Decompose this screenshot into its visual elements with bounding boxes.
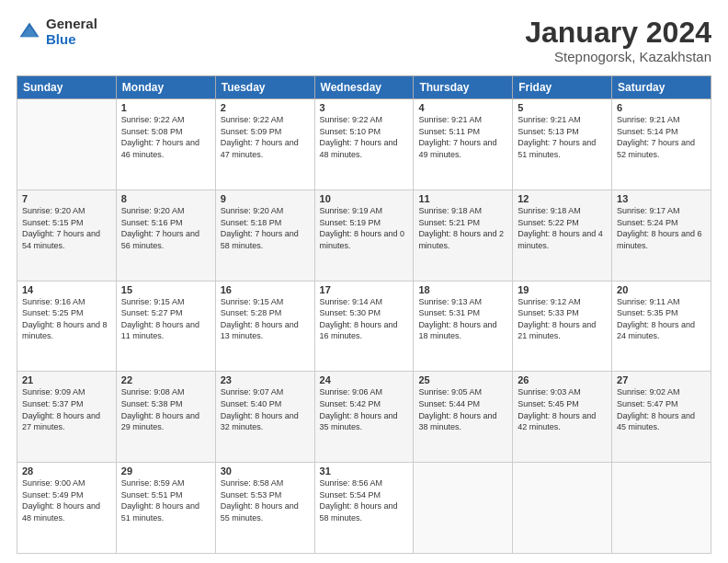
calendar-cell: 29Sunrise: 8:59 AMSunset: 5:51 PMDayligh… xyxy=(116,463,215,554)
calendar-table: SundayMondayTuesdayWednesdayThursdayFrid… xyxy=(17,75,711,554)
day-number: 1 xyxy=(121,102,210,113)
calendar-cell: 19Sunrise: 9:12 AMSunset: 5:33 PMDayligh… xyxy=(513,281,612,372)
day-info: Sunrise: 9:14 AMSunset: 5:30 PMDaylight:… xyxy=(320,296,409,342)
logo: General Blue xyxy=(17,17,97,47)
day-number: 23 xyxy=(221,374,310,385)
title-block: January 2024 Stepnogorsk, Kazakhstan xyxy=(525,17,711,64)
calendar-cell: 20Sunrise: 9:11 AMSunset: 5:35 PMDayligh… xyxy=(612,281,711,372)
calendar-cell: 11Sunrise: 9:18 AMSunset: 5:21 PMDayligh… xyxy=(414,190,513,281)
calendar-cell: 13Sunrise: 9:17 AMSunset: 5:24 PMDayligh… xyxy=(612,190,711,281)
day-info: Sunrise: 9:21 AMSunset: 5:13 PMDaylight:… xyxy=(518,114,607,160)
day-number: 4 xyxy=(418,102,507,113)
calendar-cell: 12Sunrise: 9:18 AMSunset: 5:22 PMDayligh… xyxy=(513,190,612,281)
day-info: Sunrise: 8:56 AMSunset: 5:54 PMDaylight:… xyxy=(320,477,409,523)
logo-text: General Blue xyxy=(46,17,97,47)
day-number: 7 xyxy=(22,193,111,204)
day-info: Sunrise: 9:21 AMSunset: 5:11 PMDaylight:… xyxy=(418,114,507,160)
day-number: 30 xyxy=(221,465,310,477)
day-info: Sunrise: 9:08 AMSunset: 5:38 PMDaylight:… xyxy=(121,386,210,432)
day-number: 3 xyxy=(320,102,409,113)
weekday-header-tuesday: Tuesday xyxy=(215,76,314,99)
logo-general-text: General xyxy=(46,17,97,32)
weekday-header-saturday: Saturday xyxy=(612,76,711,99)
day-info: Sunrise: 9:20 AMSunset: 5:16 PMDaylight:… xyxy=(121,205,210,251)
calendar-cell: 4Sunrise: 9:21 AMSunset: 5:11 PMDaylight… xyxy=(414,99,513,190)
calendar-cell: 7Sunrise: 9:20 AMSunset: 5:15 PMDaylight… xyxy=(17,190,117,281)
week-row-2: 7Sunrise: 9:20 AMSunset: 5:15 PMDaylight… xyxy=(17,190,711,281)
day-number: 12 xyxy=(518,193,607,204)
day-info: Sunrise: 9:15 AMSunset: 5:28 PMDaylight:… xyxy=(221,296,310,342)
day-info: Sunrise: 9:06 AMSunset: 5:42 PMDaylight:… xyxy=(320,386,409,432)
calendar-cell: 3Sunrise: 9:22 AMSunset: 5:10 PMDaylight… xyxy=(314,99,414,190)
weekday-header-monday: Monday xyxy=(116,76,215,99)
day-number: 19 xyxy=(518,284,607,295)
logo-blue-text: Blue xyxy=(46,32,97,48)
day-number: 17 xyxy=(320,284,409,295)
calendar-cell: 22Sunrise: 9:08 AMSunset: 5:38 PMDayligh… xyxy=(116,372,215,463)
day-info: Sunrise: 9:18 AMSunset: 5:21 PMDaylight:… xyxy=(418,205,507,251)
location-title: Stepnogorsk, Kazakhstan xyxy=(525,49,711,64)
day-number: 24 xyxy=(320,374,409,385)
day-info: Sunrise: 9:00 AMSunset: 5:49 PMDaylight:… xyxy=(22,477,111,523)
day-number: 20 xyxy=(617,284,706,295)
calendar-cell: 10Sunrise: 9:19 AMSunset: 5:19 PMDayligh… xyxy=(314,190,414,281)
day-number: 27 xyxy=(617,374,706,385)
page: General Blue January 2024 Stepnogorsk, K… xyxy=(0,0,728,563)
day-info: Sunrise: 9:15 AMSunset: 5:27 PMDaylight:… xyxy=(121,296,210,342)
calendar-cell: 16Sunrise: 9:15 AMSunset: 5:28 PMDayligh… xyxy=(215,281,314,372)
weekday-header-wednesday: Wednesday xyxy=(314,76,414,99)
calendar-cell: 31Sunrise: 8:56 AMSunset: 5:54 PMDayligh… xyxy=(314,463,414,554)
day-number: 22 xyxy=(121,374,210,385)
day-number: 16 xyxy=(221,284,310,295)
day-number: 14 xyxy=(22,284,111,295)
calendar-cell xyxy=(414,463,513,554)
day-info: Sunrise: 9:02 AMSunset: 5:47 PMDaylight:… xyxy=(617,386,706,432)
day-info: Sunrise: 9:21 AMSunset: 5:14 PMDaylight:… xyxy=(617,114,706,160)
month-title: January 2024 xyxy=(525,17,711,49)
day-number: 9 xyxy=(221,193,310,204)
day-info: Sunrise: 9:22 AMSunset: 5:09 PMDaylight:… xyxy=(221,114,310,160)
calendar-cell: 25Sunrise: 9:05 AMSunset: 5:44 PMDayligh… xyxy=(414,372,513,463)
calendar-cell: 28Sunrise: 9:00 AMSunset: 5:49 PMDayligh… xyxy=(17,463,117,554)
day-number: 8 xyxy=(121,193,210,204)
calendar-cell: 30Sunrise: 8:58 AMSunset: 5:53 PMDayligh… xyxy=(215,463,314,554)
calendar-cell: 27Sunrise: 9:02 AMSunset: 5:47 PMDayligh… xyxy=(612,372,711,463)
week-row-4: 21Sunrise: 9:09 AMSunset: 5:37 PMDayligh… xyxy=(17,372,711,463)
day-info: Sunrise: 9:20 AMSunset: 5:15 PMDaylight:… xyxy=(22,205,111,251)
weekday-header-sunday: Sunday xyxy=(17,76,117,99)
calendar-cell: 17Sunrise: 9:14 AMSunset: 5:30 PMDayligh… xyxy=(314,281,414,372)
day-info: Sunrise: 9:19 AMSunset: 5:19 PMDaylight:… xyxy=(320,205,409,251)
header: General Blue January 2024 Stepnogorsk, K… xyxy=(17,17,711,64)
day-info: Sunrise: 9:07 AMSunset: 5:40 PMDaylight:… xyxy=(221,386,310,432)
day-number: 10 xyxy=(320,193,409,204)
day-number: 13 xyxy=(617,193,706,204)
calendar-cell: 18Sunrise: 9:13 AMSunset: 5:31 PMDayligh… xyxy=(414,281,513,372)
calendar-cell: 23Sunrise: 9:07 AMSunset: 5:40 PMDayligh… xyxy=(215,372,314,463)
calendar-cell: 1Sunrise: 9:22 AMSunset: 5:08 PMDaylight… xyxy=(116,99,215,190)
day-number: 28 xyxy=(22,465,111,477)
day-info: Sunrise: 8:59 AMSunset: 5:51 PMDaylight:… xyxy=(121,477,210,523)
calendar-cell: 15Sunrise: 9:15 AMSunset: 5:27 PMDayligh… xyxy=(116,281,215,372)
day-number: 15 xyxy=(121,284,210,295)
day-info: Sunrise: 9:22 AMSunset: 5:08 PMDaylight:… xyxy=(121,114,210,160)
weekday-header-row: SundayMondayTuesdayWednesdayThursdayFrid… xyxy=(17,76,711,99)
day-number: 21 xyxy=(22,374,111,385)
week-row-3: 14Sunrise: 9:16 AMSunset: 5:25 PMDayligh… xyxy=(17,281,711,372)
calendar-cell: 24Sunrise: 9:06 AMSunset: 5:42 PMDayligh… xyxy=(314,372,414,463)
calendar-cell: 2Sunrise: 9:22 AMSunset: 5:09 PMDaylight… xyxy=(215,99,314,190)
calendar-cell xyxy=(513,463,612,554)
day-number: 2 xyxy=(221,102,310,113)
day-info: Sunrise: 9:22 AMSunset: 5:10 PMDaylight:… xyxy=(320,114,409,160)
day-number: 29 xyxy=(121,465,210,477)
day-info: Sunrise: 9:05 AMSunset: 5:44 PMDaylight:… xyxy=(418,386,507,432)
weekday-header-friday: Friday xyxy=(513,76,612,99)
day-info: Sunrise: 9:09 AMSunset: 5:37 PMDaylight:… xyxy=(22,386,111,432)
day-number: 26 xyxy=(518,374,607,385)
day-number: 6 xyxy=(617,102,706,113)
logo-icon xyxy=(17,19,42,45)
day-number: 25 xyxy=(418,374,507,385)
day-info: Sunrise: 9:03 AMSunset: 5:45 PMDaylight:… xyxy=(518,386,607,432)
calendar-cell: 26Sunrise: 9:03 AMSunset: 5:45 PMDayligh… xyxy=(513,372,612,463)
day-number: 11 xyxy=(418,193,507,204)
calendar-cell: 21Sunrise: 9:09 AMSunset: 5:37 PMDayligh… xyxy=(17,372,117,463)
